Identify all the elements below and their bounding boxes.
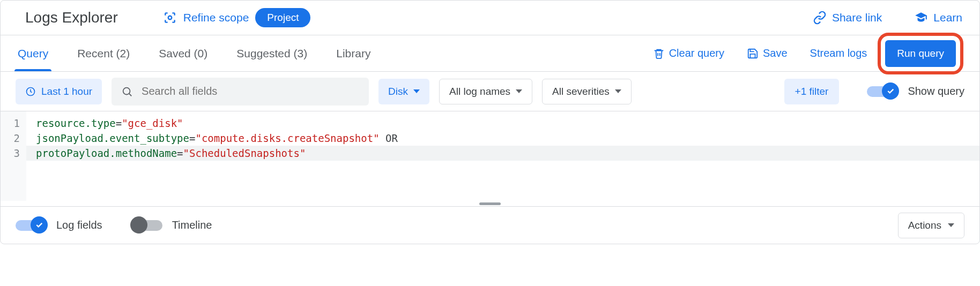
- toggle-knob: [130, 216, 147, 234]
- resource-filter-label: Disk: [388, 86, 408, 97]
- time-range-button[interactable]: Last 1 hour: [16, 79, 102, 104]
- save-button[interactable]: Save: [747, 47, 788, 59]
- caret-down-icon: [615, 89, 621, 93]
- toggle-knob: [882, 82, 899, 100]
- show-query-label: Show query: [908, 85, 964, 97]
- clear-query-button[interactable]: Clear query: [653, 47, 724, 59]
- clear-query-label: Clear query: [669, 47, 724, 59]
- refine-scope-label: Refine scope: [183, 11, 249, 24]
- show-query-toggle-wrap: Show query: [867, 85, 964, 97]
- search-input[interactable]: [142, 85, 359, 97]
- editor-gutter: 1 2 3: [1, 111, 26, 201]
- share-link-button[interactable]: Share link: [813, 11, 882, 25]
- bottom-row: Log fields Timeline Actions: [1, 206, 979, 244]
- line-number: 3: [9, 146, 20, 161]
- severities-dropdown[interactable]: All severities: [542, 79, 632, 104]
- search-box[interactable]: [112, 78, 369, 106]
- tab-library[interactable]: Library: [335, 35, 372, 71]
- log-names-dropdown[interactable]: All log names: [439, 79, 532, 104]
- trash-icon: [653, 48, 665, 59]
- editor-resize-handle[interactable]: [1, 201, 979, 206]
- timeline-label: Timeline: [172, 219, 212, 231]
- save-icon: [747, 48, 759, 59]
- stream-logs-button[interactable]: Stream logs: [810, 47, 867, 59]
- learn-label: Learn: [933, 11, 962, 24]
- actions-dropdown[interactable]: Actions: [898, 213, 964, 238]
- query-editor[interactable]: 1 2 3 resource.type="gce_disk" jsonPaylo…: [1, 111, 979, 201]
- filter-row: Last 1 hour Disk All log names All sever…: [1, 71, 979, 111]
- line-number: 1: [9, 116, 20, 131]
- tab-suggested[interactable]: Suggested (3): [235, 35, 308, 71]
- link-icon: [813, 11, 827, 25]
- resource-filter-dropdown[interactable]: Disk: [378, 79, 429, 104]
- refine-scope-button[interactable]: Refine scope Project: [163, 8, 311, 27]
- toggle-knob: [31, 216, 48, 234]
- svg-point-2: [123, 87, 130, 94]
- learn-icon: [914, 11, 928, 25]
- run-query-button[interactable]: Run query: [885, 40, 956, 67]
- line-number: 2: [9, 131, 20, 146]
- header-bar: Logs Explorer Refine scope Project Share…: [1, 1, 979, 35]
- scope-target-icon: [163, 11, 177, 25]
- log-names-label: All log names: [449, 86, 510, 97]
- tabs-row: Query Recent (2) Saved (0) Suggested (3)…: [1, 35, 979, 71]
- caret-down-icon: [413, 89, 420, 93]
- learn-button[interactable]: Learn: [914, 11, 962, 25]
- code-line: resource.type="gce_disk": [36, 116, 970, 131]
- stream-logs-label: Stream logs: [810, 47, 867, 59]
- share-link-label: Share link: [832, 11, 882, 24]
- clock-icon: [25, 86, 36, 97]
- severities-label: All severities: [552, 86, 610, 97]
- editor-code[interactable]: resource.type="gce_disk" jsonPayload.eve…: [26, 111, 979, 201]
- save-label: Save: [763, 47, 788, 59]
- scope-chip: Project: [255, 8, 310, 27]
- log-fields-toggle-wrap: Log fields: [16, 219, 102, 231]
- timeline-toggle-wrap: Timeline: [131, 219, 212, 231]
- code-line: protoPayload.methodName="ScheduledSnapsh…: [26, 146, 979, 161]
- code-line: jsonPayload.event_subtype="compute.disks…: [36, 131, 970, 146]
- page-title: Logs Explorer: [25, 9, 118, 26]
- run-query-highlight: Run query: [878, 33, 963, 74]
- log-fields-label: Log fields: [56, 219, 102, 231]
- caret-down-icon: [516, 89, 522, 93]
- tab-query[interactable]: Query: [17, 35, 49, 71]
- actions-label: Actions: [908, 220, 941, 231]
- svg-point-0: [168, 16, 172, 20]
- tab-saved[interactable]: Saved (0): [158, 35, 209, 71]
- time-range-label: Last 1 hour: [41, 86, 92, 97]
- timeline-toggle[interactable]: [131, 220, 162, 231]
- add-filter-button[interactable]: +1 filter: [784, 79, 840, 104]
- show-query-toggle[interactable]: [867, 86, 898, 97]
- log-fields-toggle[interactable]: [16, 220, 47, 231]
- caret-down-icon: [948, 223, 954, 227]
- search-icon: [121, 86, 133, 97]
- tab-recent[interactable]: Recent (2): [76, 35, 131, 71]
